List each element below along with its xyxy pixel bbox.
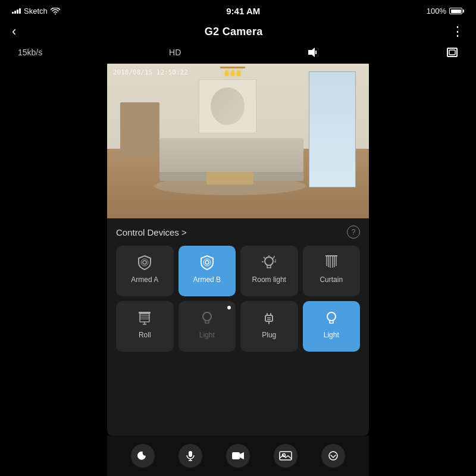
- battery-icon: [449, 8, 464, 14]
- bitrate-display: 15kb/s: [18, 48, 42, 57]
- quality-button[interactable]: HD: [169, 48, 181, 57]
- status-left: Sketch: [12, 7, 60, 15]
- svg-rect-38: [189, 451, 192, 457]
- plug-icon: [261, 309, 277, 326]
- moon-icon: [137, 450, 149, 462]
- armed-a-icon: [136, 254, 153, 271]
- armed-a-label: Armed A: [131, 275, 158, 284]
- svg-point-5: [141, 259, 148, 266]
- svg-rect-31: [265, 315, 273, 321]
- svg-marker-0: [308, 48, 315, 57]
- status-time: 9:41 AM: [226, 6, 260, 16]
- svg-marker-42: [240, 452, 244, 459]
- svg-rect-3: [449, 50, 455, 55]
- volume-button[interactable]: [308, 47, 320, 58]
- device-card-armed-a[interactable]: Armed A: [116, 246, 174, 296]
- scene-cabinet: [120, 102, 159, 156]
- scene-table: [206, 172, 253, 184]
- camera-feed: 2018/08/15 12:50:22: [107, 64, 369, 218]
- control-header: Control Devices > ?: [116, 226, 360, 239]
- svg-point-8: [265, 257, 273, 265]
- svg-point-37: [327, 312, 336, 321]
- help-button[interactable]: ?: [347, 226, 360, 239]
- svg-point-4: [143, 261, 146, 264]
- device-card-plug[interactable]: Plug: [240, 301, 298, 352]
- device-card-light-2[interactable]: Light: [178, 301, 236, 352]
- armed-b-label: Armed B: [193, 275, 221, 284]
- svg-point-15: [275, 259, 276, 261]
- svg-point-6: [205, 261, 209, 264]
- light-2-icon: [199, 309, 215, 326]
- scene-window: [309, 71, 356, 187]
- menu-button[interactable]: ⋮: [451, 24, 464, 39]
- night-mode-button[interactable]: [131, 444, 155, 468]
- camera-controls: 15kb/s HD: [0, 44, 476, 64]
- wifi-icon: [51, 8, 60, 15]
- light-3-icon: [324, 309, 339, 326]
- image-icon: [279, 450, 292, 461]
- roll-label: Roll: [139, 331, 151, 339]
- room-light-icon: [261, 254, 277, 271]
- device-card-curtain[interactable]: Curtain: [303, 246, 361, 296]
- volume-icon: [308, 47, 320, 58]
- bottom-toolbar: [107, 436, 369, 476]
- device-card-room-light[interactable]: Room light: [240, 246, 298, 296]
- svg-line-11: [273, 257, 275, 259]
- svg-line-10: [264, 257, 265, 259]
- scene-chandelier: [217, 67, 249, 98]
- mic-icon: [184, 450, 196, 462]
- svg-rect-41: [232, 452, 240, 459]
- device-dot: [227, 306, 231, 309]
- camera-timestamp: 2018/08/15 12:50:22: [113, 68, 188, 76]
- svg-point-45: [329, 452, 337, 460]
- fullscreen-button[interactable]: [446, 47, 458, 58]
- plug-label: Plug: [262, 331, 276, 339]
- video-button[interactable]: [226, 444, 250, 468]
- microphone-button[interactable]: [178, 444, 202, 468]
- camera-scene: [107, 64, 369, 218]
- nav-bar: ‹ G2 Camera ⋮: [0, 19, 476, 44]
- signal-icon: [12, 8, 21, 14]
- scene-sofa: [159, 138, 303, 172]
- room-light-label: Room light: [252, 275, 286, 284]
- light-2-label: Light: [199, 331, 215, 339]
- battery-percent: 100%: [427, 7, 446, 15]
- page-title: G2 Camera: [205, 26, 263, 38]
- more-button[interactable]: [321, 444, 345, 468]
- video-icon: [231, 450, 245, 461]
- device-card-roll[interactable]: Roll: [116, 301, 174, 352]
- device-grid: Armed A Armed B: [116, 246, 360, 352]
- svg-point-30: [203, 312, 211, 321]
- device-card-light-3[interactable]: Light: [303, 301, 361, 352]
- armed-b-icon: [199, 254, 215, 271]
- svg-rect-24: [140, 314, 149, 322]
- curtain-label: Curtain: [320, 275, 343, 284]
- screenshot-button[interactable]: [274, 444, 298, 468]
- fullscreen-icon: [446, 47, 458, 58]
- roll-icon: [137, 309, 152, 326]
- svg-point-14: [274, 256, 275, 257]
- status-bar: Sketch 9:41 AM 100%: [0, 0, 476, 19]
- control-devices-section: Control Devices > ? Armed A: [107, 218, 369, 436]
- light-3-label: Light: [324, 331, 339, 339]
- curtain-icon: [324, 254, 339, 271]
- control-devices-title[interactable]: Control Devices >: [116, 227, 187, 237]
- back-button[interactable]: ‹: [12, 24, 16, 39]
- svg-point-7: [203, 259, 211, 266]
- chevron-down-icon: [327, 450, 340, 461]
- device-card-armed-b[interactable]: Armed B: [178, 246, 236, 296]
- status-right: 100%: [427, 7, 464, 15]
- app-name: Sketch: [24, 7, 48, 15]
